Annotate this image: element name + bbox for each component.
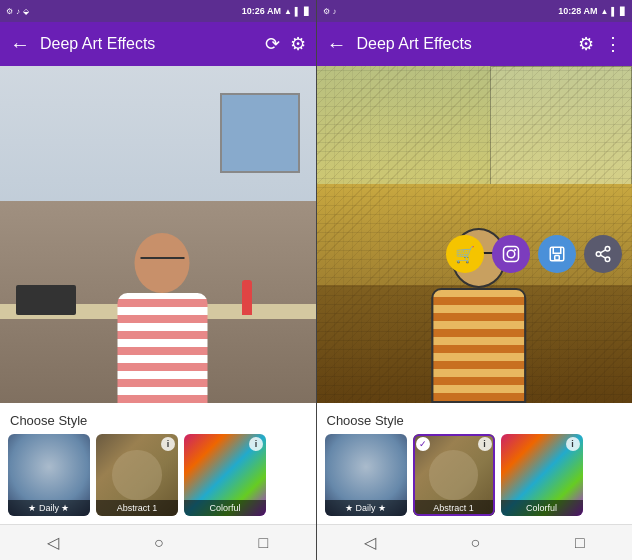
right-colorful-info-btn[interactable]: i xyxy=(566,437,580,451)
left-nav-bar: ◁ ○ □ xyxy=(0,524,316,560)
person-glasses xyxy=(140,257,184,265)
usb-icon: ⬙ xyxy=(23,7,29,16)
left-style-abstract1-label: Abstract 1 xyxy=(96,500,178,516)
left-status-bar: ⚙ ♪ ⬙ 10:26 AM ▲ ▌ ▊ xyxy=(0,0,316,22)
svg-point-1 xyxy=(507,250,515,258)
svg-point-6 xyxy=(596,252,601,257)
right-more-icon[interactable]: ⋮ xyxy=(604,33,622,55)
office-keyboard xyxy=(16,285,76,315)
right-app-title: Deep Art Effects xyxy=(357,35,569,53)
right-nav-back[interactable]: ◁ xyxy=(364,533,376,552)
right-main-image: 🛒 xyxy=(317,66,633,403)
left-style-daily[interactable]: ★ Daily ★ xyxy=(8,434,90,516)
right-choose-style-label: Choose Style xyxy=(317,413,633,434)
save-button[interactable] xyxy=(538,235,576,273)
share-button[interactable] xyxy=(584,235,622,273)
right-style-abstract1[interactable]: ✓ i Abstract 1 xyxy=(413,434,495,516)
svg-line-8 xyxy=(600,255,605,258)
left-choose-style-label: Choose Style xyxy=(0,413,316,434)
right-time: 10:28 AM xyxy=(558,6,597,16)
right-style-colorful-label: Colorful xyxy=(501,500,583,516)
left-settings-icon[interactable]: ⚙ xyxy=(290,33,306,55)
svg-point-2 xyxy=(514,249,516,251)
svg-line-9 xyxy=(600,250,605,253)
right-style-colorful[interactable]: i Colorful xyxy=(501,434,583,516)
left-bottom-section: Choose Style ★ Daily ★ i Abstract 1 i Co… xyxy=(0,403,316,524)
water-bottle xyxy=(242,280,252,315)
action-buttons-container: 🛒 xyxy=(446,235,622,273)
left-style-daily-label: ★ Daily ★ xyxy=(8,500,90,516)
right-style-daily[interactable]: ★ Daily ★ xyxy=(325,434,407,516)
left-main-image xyxy=(0,66,316,403)
person-figure xyxy=(117,233,207,403)
wifi-icon: ▲ xyxy=(284,7,292,16)
right-styles-row: ★ Daily ★ ✓ i Abstract 1 i Colorful xyxy=(317,434,633,524)
right-signal-icon: ▌ xyxy=(611,7,617,16)
left-nav-home[interactable]: ○ xyxy=(154,534,164,552)
left-nav-recents[interactable]: □ xyxy=(258,534,268,552)
left-status-right: 10:26 AM ▲ ▌ ▊ xyxy=(242,6,310,16)
right-status-bar: ⚙ ♪ 10:28 AM ▲ ▌ ▊ xyxy=(317,0,633,22)
music-icon: ♪ xyxy=(16,7,20,16)
person-head xyxy=(135,233,190,293)
right-style-abstract1-label: Abstract 1 xyxy=(413,500,495,516)
left-rotate-icon[interactable]: ⟳ xyxy=(265,33,280,55)
left-back-button[interactable]: ← xyxy=(10,33,30,56)
bluetooth-icon: ⚙ xyxy=(6,7,13,16)
right-abstract1-info-btn[interactable]: i xyxy=(478,437,492,451)
right-nav-recents[interactable]: □ xyxy=(575,534,585,552)
left-phone-screen: ⚙ ♪ ⬙ 10:26 AM ▲ ▌ ▊ ← Deep Art Effects … xyxy=(0,0,316,560)
right-back-button[interactable]: ← xyxy=(327,33,347,56)
left-nav-back[interactable]: ◁ xyxy=(47,533,59,552)
right-abstract1-check: ✓ xyxy=(416,437,430,451)
left-office-scene xyxy=(0,66,316,403)
right-music-icon: ♪ xyxy=(333,7,337,16)
battery-icon: ▊ xyxy=(304,7,310,16)
instagram-button[interactable] xyxy=(492,235,530,273)
right-phone-screen: ⚙ ♪ 10:28 AM ▲ ▌ ▊ ← Deep Art Effects ⚙ … xyxy=(317,0,633,560)
right-bottom-section: Choose Style ★ Daily ★ ✓ i Abstract 1 i … xyxy=(317,403,633,524)
right-toolbar: ← Deep Art Effects ⚙ ⋮ xyxy=(317,22,633,66)
art-person-torso xyxy=(432,288,527,403)
left-styles-row: ★ Daily ★ i Abstract 1 i Colorful xyxy=(0,434,316,524)
right-battery-icon: ▊ xyxy=(620,7,626,16)
left-status-left: ⚙ ♪ ⬙ xyxy=(6,7,29,16)
svg-rect-4 xyxy=(555,256,560,261)
left-abstract1-info-btn[interactable]: i xyxy=(161,437,175,451)
svg-rect-0 xyxy=(504,247,519,262)
person-torso xyxy=(117,293,207,403)
right-wifi-icon: ▲ xyxy=(600,7,608,16)
left-style-colorful-label: Colorful xyxy=(184,500,266,516)
signal-icon: ▌ xyxy=(295,7,301,16)
left-style-abstract1[interactable]: i Abstract 1 xyxy=(96,434,178,516)
cart-button[interactable]: 🛒 xyxy=(446,235,484,273)
left-colorful-info-btn[interactable]: i xyxy=(249,437,263,451)
right-style-daily-label: ★ Daily ★ xyxy=(325,500,407,516)
svg-point-5 xyxy=(605,247,610,252)
right-nav-bar: ◁ ○ □ xyxy=(317,524,633,560)
right-status-right: 10:28 AM ▲ ▌ ▊ xyxy=(558,6,626,16)
left-app-title: Deep Art Effects xyxy=(40,35,255,53)
right-status-left: ⚙ ♪ xyxy=(323,7,337,16)
right-bluetooth-icon: ⚙ xyxy=(323,7,330,16)
svg-point-7 xyxy=(605,257,610,262)
left-style-colorful[interactable]: i Colorful xyxy=(184,434,266,516)
left-toolbar: ← Deep Art Effects ⟳ ⚙ xyxy=(0,22,316,66)
office-window xyxy=(220,93,300,173)
left-time: 10:26 AM xyxy=(242,6,281,16)
right-settings-icon[interactable]: ⚙ xyxy=(578,33,594,55)
right-nav-home[interactable]: ○ xyxy=(471,534,481,552)
